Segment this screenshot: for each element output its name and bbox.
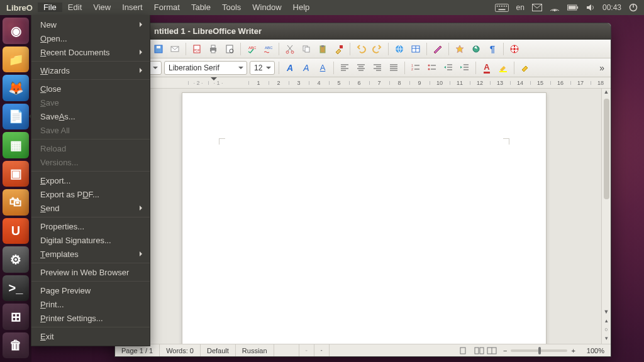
numbered-list-button[interactable]: 12 bbox=[409, 61, 423, 75]
increase-indent-button[interactable] bbox=[458, 61, 472, 75]
view-layout-multi[interactable] bbox=[473, 344, 486, 356]
file-menu-close[interactable]: Close bbox=[31, 82, 150, 96]
clock[interactable]: 00:43 bbox=[602, 3, 621, 12]
document-page[interactable] bbox=[182, 92, 547, 344]
view-layout-single[interactable] bbox=[453, 344, 473, 356]
file-menu-export[interactable]: Export... bbox=[31, 173, 150, 187]
keyboard-lang[interactable]: en bbox=[516, 3, 525, 12]
menu-tools[interactable]: Tools bbox=[216, 3, 247, 12]
redo-button[interactable] bbox=[370, 42, 384, 56]
session-icon[interactable] bbox=[629, 3, 638, 12]
file-menu-page-preview[interactable]: Page Preview bbox=[31, 283, 150, 297]
help-button[interactable] bbox=[508, 42, 521, 56]
file-menu-save-as[interactable]: Save As... bbox=[31, 109, 150, 123]
menu-format[interactable]: Format bbox=[148, 3, 186, 12]
zoom-level[interactable]: 100% bbox=[580, 344, 611, 356]
save-button[interactable] bbox=[152, 42, 165, 56]
file-menu-digital-signatures[interactable]: Digital Signatures... bbox=[31, 233, 150, 247]
align-left-button[interactable] bbox=[338, 61, 352, 75]
menu-insert[interactable]: Insert bbox=[116, 3, 148, 12]
align-center-button[interactable] bbox=[354, 61, 368, 75]
table-button[interactable] bbox=[409, 42, 423, 56]
underline-button[interactable]: A bbox=[316, 61, 330, 75]
mail-icon[interactable] bbox=[532, 4, 542, 11]
window-titlebar[interactable]: ntitled 1 - LibreOffice Writer bbox=[115, 23, 611, 40]
vertical-scrollbar[interactable]: ▲ ▼ ▴ ○ ▾ bbox=[601, 89, 611, 344]
pdf-export-button[interactable]: PDF bbox=[190, 42, 204, 56]
launcher-trash[interactable]: 🗑 bbox=[3, 332, 29, 359]
scroll-up-icon[interactable]: ▲ bbox=[604, 89, 609, 97]
bold-button[interactable]: A bbox=[283, 61, 297, 75]
sound-icon[interactable] bbox=[586, 4, 595, 11]
view-layout-book[interactable] bbox=[486, 344, 498, 356]
file-menu-preview-in-web-browser[interactable]: Preview in Web Browser bbox=[31, 265, 150, 279]
status-selection-mode[interactable] bbox=[299, 344, 314, 356]
auto-spellcheck-button[interactable]: ABC bbox=[261, 42, 275, 56]
show-draw-button[interactable] bbox=[431, 42, 445, 56]
launcher-wswitch[interactable]: ⊞ bbox=[3, 304, 29, 330]
scroll-down-icon[interactable]: ▼ bbox=[604, 309, 609, 317]
format-paintbrush-button[interactable] bbox=[332, 42, 346, 56]
zoom-slider[interactable]: − + bbox=[498, 347, 580, 354]
horizontal-ruler[interactable]: · 2 ·· 1 ·123456789101112131415161718 bbox=[115, 77, 611, 89]
highlight-button[interactable] bbox=[496, 61, 510, 75]
bullet-list-button[interactable] bbox=[425, 61, 439, 75]
page-preview-button[interactable] bbox=[223, 42, 236, 56]
battery-icon[interactable] bbox=[567, 4, 579, 11]
file-menu-templates[interactable]: Templates bbox=[31, 247, 150, 261]
launcher-firefox[interactable]: 🦊 bbox=[3, 75, 29, 101]
more-options-button[interactable] bbox=[518, 61, 532, 75]
document-viewport[interactable] bbox=[126, 89, 601, 344]
keyboard-indicator[interactable] bbox=[495, 4, 509, 12]
file-menu-send[interactable]: Send bbox=[31, 201, 150, 215]
email-button[interactable] bbox=[168, 42, 182, 56]
scroll-target-icon[interactable]: ○ bbox=[604, 326, 608, 335]
launcher-calc[interactable]: ▦ bbox=[3, 132, 29, 158]
file-menu-printer-settings[interactable]: Printer Settings... bbox=[31, 311, 150, 325]
zoom-in-icon[interactable]: + bbox=[571, 347, 575, 354]
italic-button[interactable]: A bbox=[299, 61, 313, 75]
menu-table[interactable]: Table bbox=[186, 3, 216, 12]
toolbar-overflow-icon[interactable]: » bbox=[599, 63, 607, 73]
launcher-files[interactable]: 📁 bbox=[3, 47, 29, 73]
paste-button[interactable] bbox=[316, 42, 330, 56]
font-color-button[interactable]: A bbox=[480, 61, 494, 75]
file-menu-export-as-pdf[interactable]: Export as PDF... bbox=[31, 187, 150, 201]
scroll-thumb[interactable] bbox=[604, 99, 609, 199]
menu-edit[interactable]: Edit bbox=[62, 3, 87, 12]
menu-window[interactable]: Window bbox=[247, 3, 287, 12]
menu-help[interactable]: Help bbox=[287, 3, 316, 12]
status-style[interactable]: Default bbox=[201, 344, 236, 356]
find-button[interactable] bbox=[453, 42, 467, 56]
file-menu-exit[interactable]: Exit bbox=[31, 329, 150, 343]
launcher-swcenter[interactable]: 🛍 bbox=[3, 189, 29, 216]
file-menu-recent-documents[interactable]: Recent Documents bbox=[31, 45, 150, 59]
copy-button[interactable] bbox=[299, 42, 313, 56]
scroll-dbl-down-icon[interactable]: ▾ bbox=[605, 335, 608, 344]
network-icon[interactable] bbox=[550, 4, 560, 11]
font-size-combo[interactable]: 12 bbox=[250, 61, 275, 75]
launcher-dash[interactable]: ◉ bbox=[3, 18, 29, 44]
file-menu-properties[interactable]: Properties... bbox=[31, 219, 150, 233]
launcher-terminal[interactable]: >_ bbox=[3, 275, 29, 302]
font-name-combo[interactable]: Liberation Serif bbox=[164, 61, 247, 75]
file-menu-open[interactable]: Open... bbox=[31, 31, 150, 45]
launcher-writer[interactable]: 📄 bbox=[3, 104, 29, 130]
status-signature[interactable] bbox=[314, 344, 330, 356]
hyperlink-button[interactable] bbox=[392, 42, 406, 56]
decrease-indent-button[interactable] bbox=[441, 61, 455, 75]
menu-view[interactable]: View bbox=[87, 3, 116, 12]
zoom-out-icon[interactable]: − bbox=[503, 347, 507, 354]
undo-button[interactable] bbox=[354, 42, 368, 56]
align-justify-button[interactable] bbox=[387, 61, 401, 75]
align-right-button[interactable] bbox=[370, 61, 384, 75]
print-button[interactable] bbox=[206, 42, 220, 56]
file-menu-print[interactable]: Print... bbox=[31, 297, 150, 311]
nonprinting-button[interactable]: ¶ bbox=[486, 42, 499, 56]
navigator-button[interactable] bbox=[469, 42, 483, 56]
status-words[interactable]: Words: 0 bbox=[160, 344, 201, 356]
spellcheck-button[interactable]: ABC bbox=[245, 42, 258, 56]
scroll-dbl-up-icon[interactable]: ▴ bbox=[605, 317, 608, 326]
status-language[interactable]: Russian bbox=[236, 344, 274, 356]
file-menu-new[interactable]: New bbox=[31, 18, 150, 31]
